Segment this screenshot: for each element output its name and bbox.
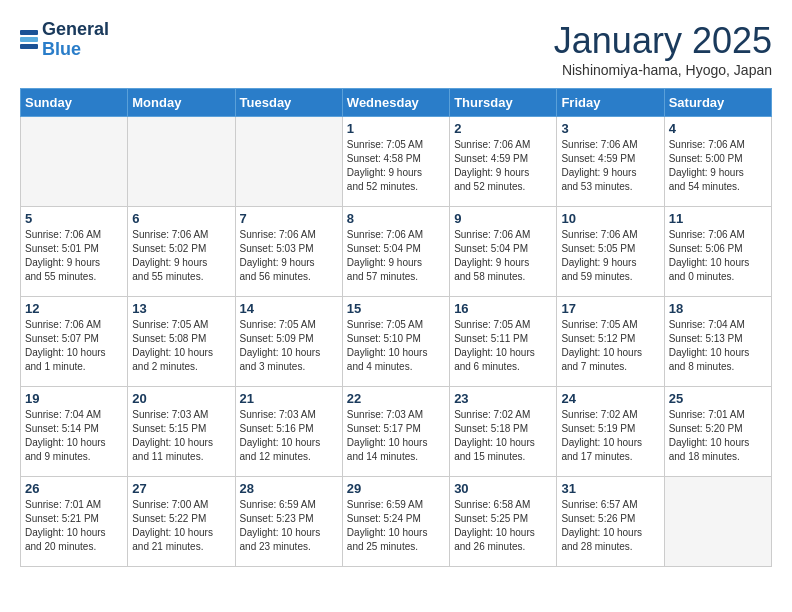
day-number: 10 [561,211,659,226]
cell-info: Sunrise: 6:57 AM Sunset: 5:26 PM Dayligh… [561,498,659,554]
day-number: 11 [669,211,767,226]
calendar-cell: 21Sunrise: 7:03 AM Sunset: 5:16 PM Dayli… [235,387,342,477]
calendar-cell [235,117,342,207]
calendar-cell: 14Sunrise: 7:05 AM Sunset: 5:09 PM Dayli… [235,297,342,387]
day-number: 27 [132,481,230,496]
cell-info: Sunrise: 7:06 AM Sunset: 5:00 PM Dayligh… [669,138,767,194]
cell-info: Sunrise: 7:05 AM Sunset: 5:08 PM Dayligh… [132,318,230,374]
calendar-cell: 26Sunrise: 7:01 AM Sunset: 5:21 PM Dayli… [21,477,128,567]
calendar-cell: 27Sunrise: 7:00 AM Sunset: 5:22 PM Dayli… [128,477,235,567]
calendar-cell: 31Sunrise: 6:57 AM Sunset: 5:26 PM Dayli… [557,477,664,567]
calendar-cell: 25Sunrise: 7:01 AM Sunset: 5:20 PM Dayli… [664,387,771,477]
calendar-cell [664,477,771,567]
day-header-wednesday: Wednesday [342,89,449,117]
cell-info: Sunrise: 7:04 AM Sunset: 5:13 PM Dayligh… [669,318,767,374]
calendar-cell: 8Sunrise: 7:06 AM Sunset: 5:04 PM Daylig… [342,207,449,297]
calendar-cell: 28Sunrise: 6:59 AM Sunset: 5:23 PM Dayli… [235,477,342,567]
calendar-cell: 23Sunrise: 7:02 AM Sunset: 5:18 PM Dayli… [450,387,557,477]
calendar-cell: 2Sunrise: 7:06 AM Sunset: 4:59 PM Daylig… [450,117,557,207]
cell-info: Sunrise: 7:02 AM Sunset: 5:19 PM Dayligh… [561,408,659,464]
cell-info: Sunrise: 7:06 AM Sunset: 5:04 PM Dayligh… [347,228,445,284]
cell-info: Sunrise: 7:02 AM Sunset: 5:18 PM Dayligh… [454,408,552,464]
calendar-cell: 24Sunrise: 7:02 AM Sunset: 5:19 PM Dayli… [557,387,664,477]
calendar-cell: 16Sunrise: 7:05 AM Sunset: 5:11 PM Dayli… [450,297,557,387]
day-number: 26 [25,481,123,496]
logo-general: General [42,19,109,39]
day-number: 13 [132,301,230,316]
month-title: January 2025 [554,20,772,62]
cell-info: Sunrise: 7:06 AM Sunset: 5:05 PM Dayligh… [561,228,659,284]
calendar-cell [21,117,128,207]
calendar-cell: 19Sunrise: 7:04 AM Sunset: 5:14 PM Dayli… [21,387,128,477]
cell-info: Sunrise: 6:58 AM Sunset: 5:25 PM Dayligh… [454,498,552,554]
day-number: 24 [561,391,659,406]
cell-info: Sunrise: 7:03 AM Sunset: 5:16 PM Dayligh… [240,408,338,464]
cell-info: Sunrise: 7:00 AM Sunset: 5:22 PM Dayligh… [132,498,230,554]
day-header-tuesday: Tuesday [235,89,342,117]
cell-info: Sunrise: 7:05 AM Sunset: 5:09 PM Dayligh… [240,318,338,374]
day-number: 29 [347,481,445,496]
cell-info: Sunrise: 7:03 AM Sunset: 5:17 PM Dayligh… [347,408,445,464]
calendar-cell: 6Sunrise: 7:06 AM Sunset: 5:02 PM Daylig… [128,207,235,297]
cell-info: Sunrise: 7:04 AM Sunset: 5:14 PM Dayligh… [25,408,123,464]
calendar-cell: 1Sunrise: 7:05 AM Sunset: 4:58 PM Daylig… [342,117,449,207]
day-number: 23 [454,391,552,406]
calendar-cell: 13Sunrise: 7:05 AM Sunset: 5:08 PM Dayli… [128,297,235,387]
cell-info: Sunrise: 7:05 AM Sunset: 5:12 PM Dayligh… [561,318,659,374]
calendar-cell: 11Sunrise: 7:06 AM Sunset: 5:06 PM Dayli… [664,207,771,297]
calendar-table: SundayMondayTuesdayWednesdayThursdayFrid… [20,88,772,567]
day-number: 9 [454,211,552,226]
day-number: 31 [561,481,659,496]
cell-info: Sunrise: 7:01 AM Sunset: 5:21 PM Dayligh… [25,498,123,554]
day-number: 7 [240,211,338,226]
cell-info: Sunrise: 6:59 AM Sunset: 5:24 PM Dayligh… [347,498,445,554]
day-header-monday: Monday [128,89,235,117]
calendar-cell: 10Sunrise: 7:06 AM Sunset: 5:05 PM Dayli… [557,207,664,297]
calendar-body: 1Sunrise: 7:05 AM Sunset: 4:58 PM Daylig… [21,117,772,567]
day-number: 30 [454,481,552,496]
header: General Blue January 2025 Nishinomiya-ha… [20,20,772,78]
cell-info: Sunrise: 7:06 AM Sunset: 5:03 PM Dayligh… [240,228,338,284]
cell-info: Sunrise: 7:06 AM Sunset: 5:04 PM Dayligh… [454,228,552,284]
cell-info: Sunrise: 6:59 AM Sunset: 5:23 PM Dayligh… [240,498,338,554]
day-header-friday: Friday [557,89,664,117]
cell-info: Sunrise: 7:05 AM Sunset: 5:10 PM Dayligh… [347,318,445,374]
day-number: 8 [347,211,445,226]
cell-info: Sunrise: 7:01 AM Sunset: 5:20 PM Dayligh… [669,408,767,464]
cell-info: Sunrise: 7:05 AM Sunset: 4:58 PM Dayligh… [347,138,445,194]
week-row-5: 26Sunrise: 7:01 AM Sunset: 5:21 PM Dayli… [21,477,772,567]
cell-info: Sunrise: 7:06 AM Sunset: 5:01 PM Dayligh… [25,228,123,284]
calendar-cell: 9Sunrise: 7:06 AM Sunset: 5:04 PM Daylig… [450,207,557,297]
day-number: 21 [240,391,338,406]
day-number: 18 [669,301,767,316]
calendar-cell: 7Sunrise: 7:06 AM Sunset: 5:03 PM Daylig… [235,207,342,297]
week-row-2: 5Sunrise: 7:06 AM Sunset: 5:01 PM Daylig… [21,207,772,297]
calendar-cell [128,117,235,207]
day-number: 4 [669,121,767,136]
day-number: 20 [132,391,230,406]
day-number: 25 [669,391,767,406]
day-number: 2 [454,121,552,136]
cell-info: Sunrise: 7:03 AM Sunset: 5:15 PM Dayligh… [132,408,230,464]
cell-info: Sunrise: 7:06 AM Sunset: 5:07 PM Dayligh… [25,318,123,374]
day-number: 1 [347,121,445,136]
day-header-sunday: Sunday [21,89,128,117]
week-row-1: 1Sunrise: 7:05 AM Sunset: 4:58 PM Daylig… [21,117,772,207]
day-number: 5 [25,211,123,226]
week-row-3: 12Sunrise: 7:06 AM Sunset: 5:07 PM Dayli… [21,297,772,387]
day-number: 17 [561,301,659,316]
calendar-cell: 15Sunrise: 7:05 AM Sunset: 5:10 PM Dayli… [342,297,449,387]
day-number: 16 [454,301,552,316]
day-number: 14 [240,301,338,316]
day-number: 22 [347,391,445,406]
cell-info: Sunrise: 7:06 AM Sunset: 4:59 PM Dayligh… [561,138,659,194]
calendar-cell: 18Sunrise: 7:04 AM Sunset: 5:13 PM Dayli… [664,297,771,387]
cell-info: Sunrise: 7:06 AM Sunset: 5:06 PM Dayligh… [669,228,767,284]
day-header-saturday: Saturday [664,89,771,117]
day-number: 3 [561,121,659,136]
calendar-cell: 3Sunrise: 7:06 AM Sunset: 4:59 PM Daylig… [557,117,664,207]
logo-icon [20,30,38,49]
location-subtitle: Nishinomiya-hama, Hyogo, Japan [554,62,772,78]
calendar-cell: 17Sunrise: 7:05 AM Sunset: 5:12 PM Dayli… [557,297,664,387]
calendar-cell: 5Sunrise: 7:06 AM Sunset: 5:01 PM Daylig… [21,207,128,297]
